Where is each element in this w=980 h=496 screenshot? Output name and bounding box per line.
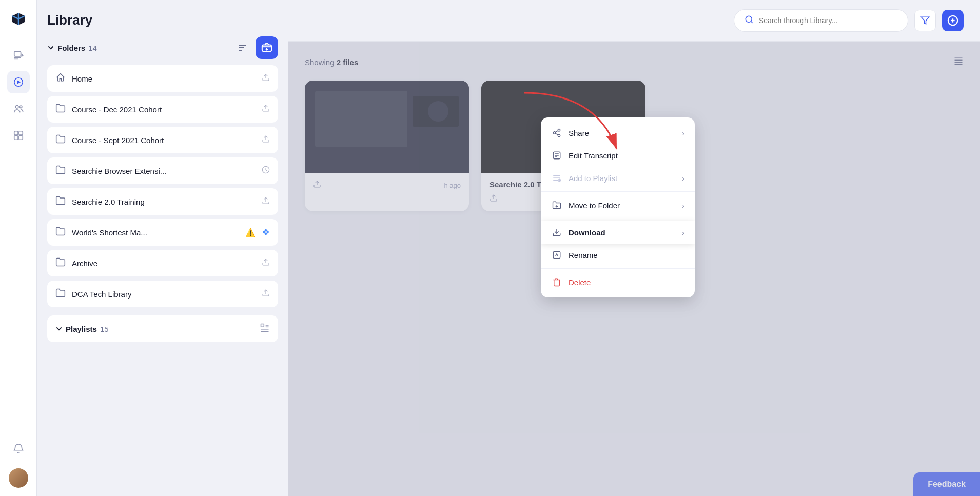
nav-queue[interactable] (7, 44, 30, 67)
sidebar: Library Folders 14 (37, 0, 288, 496)
filter-btn[interactable] (914, 10, 936, 31)
dropbox-icon: ❖ (262, 227, 270, 238)
chevron-share: › (682, 129, 684, 137)
svg-rect-24 (261, 324, 264, 327)
folder-icon-worlds-shortest (55, 226, 66, 239)
page-title: Library (47, 12, 92, 28)
menu-label-rename: Rename (569, 251, 598, 260)
add-btn[interactable] (942, 10, 964, 31)
svg-rect-10 (14, 136, 17, 140)
rail-bottom (7, 438, 30, 488)
folder-item-course-dec[interactable]: Course - Dec 2021 Cohort (47, 96, 278, 123)
folder-icon-training (55, 195, 66, 208)
sidebar-header: Library (47, 12, 278, 28)
menu-label-share: Share (569, 129, 589, 137)
menu-divider-3 (541, 268, 695, 269)
move-folder-icon (551, 201, 562, 210)
icon-rail (0, 0, 37, 496)
folders-sort-btn[interactable] (233, 38, 251, 57)
folder-name-browser-ext: Searchie Browser Extensi... (72, 167, 256, 175)
nav-library[interactable] (7, 71, 30, 93)
folder-item-dca-tech[interactable]: DCA Tech Library (47, 281, 278, 307)
folder-icon-archive (55, 257, 66, 269)
svg-rect-9 (18, 131, 22, 135)
folder-upload-training (262, 196, 270, 207)
chevron-move-folder: › (682, 201, 684, 210)
search-input[interactable] (759, 16, 897, 25)
folders-label-text: Folders (57, 44, 85, 52)
menu-item-move-folder[interactable]: Move to Folder › (541, 194, 695, 216)
folder-upload-course-sept (262, 135, 270, 145)
context-menu: Share › Edit Transcript (541, 117, 695, 297)
rename-icon (551, 250, 562, 260)
folder-icon-course-dec (55, 103, 66, 115)
folder-icon-course-sept (55, 134, 66, 146)
svg-point-29 (746, 16, 752, 22)
nav-widgets[interactable] (7, 124, 30, 147)
folder-upload-home (262, 73, 270, 84)
svg-point-50 (558, 134, 560, 137)
folder-upload-course-dec (262, 104, 270, 114)
menu-label-add-playlist: Add to Playlist (569, 174, 617, 183)
folder-item-browser-ext[interactable]: Searchie Browser Extensi... (47, 157, 278, 184)
app-logo[interactable] (8, 8, 29, 30)
add-folder-btn[interactable] (256, 36, 278, 59)
menu-item-share[interactable]: Share › (541, 122, 695, 144)
playlists-section[interactable]: Playlists 15 (47, 315, 278, 342)
folders-section-header: Folders 14 (47, 36, 278, 59)
playlists-label: Playlists 15 (55, 325, 109, 333)
folders-collapse-btn[interactable]: Folders 14 (47, 44, 97, 52)
menu-divider-1 (541, 191, 695, 192)
folder-item-archive[interactable]: Archive (47, 250, 278, 276)
nav-notifications[interactable] (7, 438, 30, 460)
menu-label-delete: Delete (569, 278, 591, 287)
add-playlist-icon (551, 173, 562, 183)
home-icon (55, 72, 66, 85)
svg-line-52 (555, 131, 558, 132)
folder-item-worlds-shortest[interactable]: World's Shortest Ma... ⚠️ ❖ (47, 219, 278, 246)
svg-marker-5 (17, 80, 21, 84)
playlists-label-text: Playlists (66, 325, 97, 333)
main-content: Showing 2 files ••• 19:58 (288, 0, 980, 496)
folders-count: 14 (88, 44, 97, 52)
folder-name-course-dec: Course - Dec 2021 Cohort (72, 105, 256, 114)
svg-point-48 (558, 129, 560, 132)
chevron-playlist: › (682, 174, 684, 183)
svg-marker-31 (922, 17, 929, 24)
folder-name-worlds-shortest: World's Shortest Ma... (72, 228, 239, 237)
menu-item-add-playlist[interactable]: Add to Playlist › (541, 167, 695, 189)
menu-item-rename[interactable]: Rename (541, 244, 695, 266)
user-avatar[interactable] (9, 468, 28, 488)
svg-rect-11 (18, 136, 22, 140)
svg-point-6 (15, 106, 18, 109)
svg-line-51 (555, 133, 558, 135)
edit-transcript-icon (551, 151, 562, 160)
chevron-download: › (682, 228, 684, 237)
folder-name-dca-tech: DCA Tech Library (72, 290, 256, 299)
folder-name-training: Searchie 2.0 Training (72, 197, 256, 206)
menu-item-edit-transcript[interactable]: Edit Transcript (541, 144, 695, 167)
nav-team[interactable] (7, 97, 30, 120)
svg-line-30 (751, 21, 752, 23)
folder-name-archive: Archive (72, 259, 256, 268)
folders-actions (233, 36, 278, 59)
download-icon (551, 228, 562, 237)
folder-item-home[interactable]: Home (47, 65, 278, 92)
folder-item-course-sept[interactable]: Course - Sept 2021 Cohort (47, 127, 278, 153)
folder-upload-dca-tech (262, 289, 270, 299)
menu-divider-2 (541, 219, 695, 219)
svg-point-7 (19, 106, 22, 108)
folder-item-training[interactable]: Searchie 2.0 Training (47, 188, 278, 215)
svg-marker-3 (21, 53, 24, 57)
search-bar[interactable] (734, 9, 908, 32)
menu-item-delete[interactable]: Delete (541, 271, 695, 293)
search-icon (744, 15, 754, 26)
top-header (288, 0, 980, 42)
menu-item-download[interactable]: Download › (541, 221, 695, 244)
folder-name-home: Home (72, 74, 256, 83)
playlists-count: 15 (100, 325, 109, 333)
trash-icon (551, 277, 562, 287)
playlist-icon (260, 323, 270, 335)
content-area: Showing 2 files ••• 19:58 (288, 42, 980, 496)
svg-rect-0 (14, 52, 21, 56)
